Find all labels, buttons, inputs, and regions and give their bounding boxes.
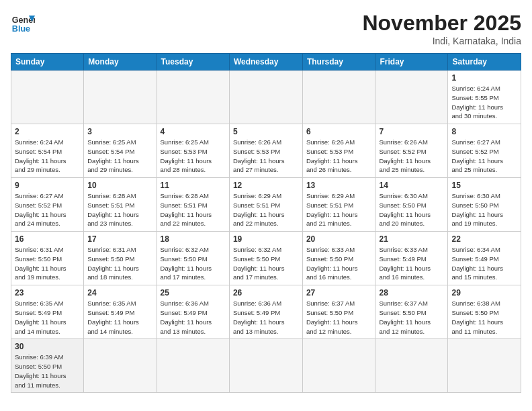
day-number: 20 bbox=[306, 234, 372, 244]
calendar-cell: 17Sunrise: 6:31 AM Sunset: 5:50 PM Dayli… bbox=[84, 232, 157, 285]
day-number: 6 bbox=[306, 127, 372, 136]
day-info: Sunrise: 6:27 AM Sunset: 5:52 PM Dayligh… bbox=[451, 138, 517, 175]
day-info: Sunrise: 6:34 AM Sunset: 5:49 PM Dayligh… bbox=[451, 245, 517, 282]
day-info: Sunrise: 6:37 AM Sunset: 5:50 PM Dayligh… bbox=[379, 299, 444, 336]
day-number: 5 bbox=[233, 127, 299, 136]
calendar-cell: 29Sunrise: 6:38 AM Sunset: 5:50 PM Dayli… bbox=[448, 285, 521, 339]
calendar-table: SundayMondayTuesdayWednesdayThursdayFrid… bbox=[11, 53, 521, 393]
calendar-cell: 18Sunrise: 6:32 AM Sunset: 5:50 PM Dayli… bbox=[157, 232, 229, 285]
calendar-cell: 14Sunrise: 6:30 AM Sunset: 5:50 PM Dayli… bbox=[375, 178, 448, 232]
day-info: Sunrise: 6:35 AM Sunset: 5:49 PM Dayligh… bbox=[87, 299, 152, 336]
day-number: 27 bbox=[306, 288, 372, 298]
calendar-cell: 25Sunrise: 6:36 AM Sunset: 5:49 PM Dayli… bbox=[157, 285, 229, 339]
day-number: 24 bbox=[87, 288, 152, 298]
calendar-cell bbox=[375, 71, 448, 124]
day-number: 14 bbox=[379, 181, 444, 190]
day-number: 29 bbox=[451, 288, 517, 298]
svg-text:Blue: Blue bbox=[12, 24, 30, 34]
calendar-cell: 26Sunrise: 6:36 AM Sunset: 5:49 PM Dayli… bbox=[229, 285, 302, 339]
calendar-cell: 2Sunrise: 6:24 AM Sunset: 5:54 PM Daylig… bbox=[11, 124, 84, 178]
day-info: Sunrise: 6:37 AM Sunset: 5:50 PM Dayligh… bbox=[306, 299, 372, 336]
day-number: 30 bbox=[15, 342, 80, 351]
day-number: 23 bbox=[15, 288, 80, 298]
calendar-cell: 13Sunrise: 6:29 AM Sunset: 5:51 PM Dayli… bbox=[302, 178, 375, 232]
day-info: Sunrise: 6:31 AM Sunset: 5:50 PM Dayligh… bbox=[15, 245, 80, 282]
day-info: Sunrise: 6:39 AM Sunset: 5:50 PM Dayligh… bbox=[15, 353, 80, 390]
day-number: 18 bbox=[161, 234, 226, 244]
day-info: Sunrise: 6:32 AM Sunset: 5:50 PM Dayligh… bbox=[233, 245, 299, 282]
calendar-cell: 10Sunrise: 6:28 AM Sunset: 5:51 PM Dayli… bbox=[84, 178, 157, 232]
day-number: 25 bbox=[161, 288, 226, 298]
day-info: Sunrise: 6:35 AM Sunset: 5:49 PM Dayligh… bbox=[15, 299, 80, 336]
calendar-cell: 8Sunrise: 6:27 AM Sunset: 5:52 PM Daylig… bbox=[448, 124, 521, 178]
day-of-week-header: Thursday bbox=[302, 54, 375, 71]
day-info: Sunrise: 6:38 AM Sunset: 5:50 PM Dayligh… bbox=[451, 299, 517, 336]
day-number: 10 bbox=[87, 181, 152, 190]
day-number: 9 bbox=[15, 181, 80, 190]
calendar-cell: 24Sunrise: 6:35 AM Sunset: 5:49 PM Dayli… bbox=[84, 285, 157, 339]
calendar-cell: 5Sunrise: 6:26 AM Sunset: 5:53 PM Daylig… bbox=[229, 124, 302, 178]
calendar-cell: 7Sunrise: 6:26 AM Sunset: 5:52 PM Daylig… bbox=[375, 124, 448, 178]
day-info: Sunrise: 6:25 AM Sunset: 5:53 PM Dayligh… bbox=[161, 138, 226, 175]
month-title: November 2025 bbox=[362, 11, 521, 36]
calendar-cell: 19Sunrise: 6:32 AM Sunset: 5:50 PM Dayli… bbox=[229, 232, 302, 285]
day-info: Sunrise: 6:33 AM Sunset: 5:49 PM Dayligh… bbox=[379, 245, 444, 282]
calendar-cell: 3Sunrise: 6:25 AM Sunset: 5:54 PM Daylig… bbox=[84, 124, 157, 178]
calendar-cell: 1Sunrise: 6:24 AM Sunset: 5:55 PM Daylig… bbox=[448, 71, 521, 124]
day-of-week-header: Monday bbox=[84, 54, 157, 71]
day-of-week-header: Tuesday bbox=[157, 54, 229, 71]
logo: General Blue bbox=[11, 11, 35, 35]
calendar-week-row: 2Sunrise: 6:24 AM Sunset: 5:54 PM Daylig… bbox=[11, 124, 521, 178]
day-number: 15 bbox=[451, 181, 517, 190]
calendar-cell bbox=[229, 71, 302, 124]
day-number: 3 bbox=[87, 127, 152, 136]
day-number: 1 bbox=[451, 73, 517, 83]
calendar-cell bbox=[157, 71, 229, 124]
calendar-cell bbox=[448, 339, 521, 393]
title-block: November 2025 Indi, Karnataka, India bbox=[362, 11, 521, 46]
day-info: Sunrise: 6:32 AM Sunset: 5:50 PM Dayligh… bbox=[161, 245, 226, 282]
calendar-cell bbox=[302, 71, 375, 124]
calendar-cell: 15Sunrise: 6:30 AM Sunset: 5:50 PM Dayli… bbox=[448, 178, 521, 232]
day-of-week-header: Sunday bbox=[11, 54, 84, 71]
calendar-cell: 16Sunrise: 6:31 AM Sunset: 5:50 PM Dayli… bbox=[11, 232, 84, 285]
day-info: Sunrise: 6:36 AM Sunset: 5:49 PM Dayligh… bbox=[233, 299, 299, 336]
day-info: Sunrise: 6:36 AM Sunset: 5:49 PM Dayligh… bbox=[161, 299, 226, 336]
day-info: Sunrise: 6:28 AM Sunset: 5:51 PM Dayligh… bbox=[161, 191, 226, 228]
day-info: Sunrise: 6:26 AM Sunset: 5:52 PM Dayligh… bbox=[379, 138, 444, 175]
day-number: 2 bbox=[15, 127, 80, 136]
calendar-cell: 21Sunrise: 6:33 AM Sunset: 5:49 PM Dayli… bbox=[375, 232, 448, 285]
calendar-week-row: 16Sunrise: 6:31 AM Sunset: 5:50 PM Dayli… bbox=[11, 232, 521, 285]
day-of-week-header: Saturday bbox=[448, 54, 521, 71]
day-number: 4 bbox=[161, 127, 226, 136]
day-info: Sunrise: 6:29 AM Sunset: 5:51 PM Dayligh… bbox=[306, 191, 372, 228]
calendar-cell: 4Sunrise: 6:25 AM Sunset: 5:53 PM Daylig… bbox=[157, 124, 229, 178]
page-header: General Blue November 2025 Indi, Karnata… bbox=[11, 11, 521, 46]
calendar-cell bbox=[229, 339, 302, 393]
day-of-week-header: Wednesday bbox=[229, 54, 302, 71]
day-number: 11 bbox=[161, 181, 226, 190]
day-info: Sunrise: 6:26 AM Sunset: 5:53 PM Dayligh… bbox=[306, 138, 372, 175]
day-number: 7 bbox=[379, 127, 444, 136]
calendar-cell: 20Sunrise: 6:33 AM Sunset: 5:50 PM Dayli… bbox=[302, 232, 375, 285]
day-number: 8 bbox=[451, 127, 517, 136]
calendar-cell: 22Sunrise: 6:34 AM Sunset: 5:49 PM Dayli… bbox=[448, 232, 521, 285]
location: Indi, Karnataka, India bbox=[362, 36, 521, 46]
calendar-cell bbox=[157, 339, 229, 393]
day-info: Sunrise: 6:24 AM Sunset: 5:55 PM Dayligh… bbox=[451, 84, 517, 121]
calendar-cell: 6Sunrise: 6:26 AM Sunset: 5:53 PM Daylig… bbox=[302, 124, 375, 178]
calendar-cell: 30Sunrise: 6:39 AM Sunset: 5:50 PM Dayli… bbox=[11, 339, 84, 393]
calendar-week-row: 9Sunrise: 6:27 AM Sunset: 5:52 PM Daylig… bbox=[11, 178, 521, 232]
day-info: Sunrise: 6:30 AM Sunset: 5:50 PM Dayligh… bbox=[379, 191, 444, 228]
day-info: Sunrise: 6:28 AM Sunset: 5:51 PM Dayligh… bbox=[87, 191, 152, 228]
day-number: 21 bbox=[379, 234, 444, 244]
calendar-cell: 23Sunrise: 6:35 AM Sunset: 5:49 PM Dayli… bbox=[11, 285, 84, 339]
day-info: Sunrise: 6:30 AM Sunset: 5:50 PM Dayligh… bbox=[451, 191, 517, 228]
calendar-cell: 28Sunrise: 6:37 AM Sunset: 5:50 PM Dayli… bbox=[375, 285, 448, 339]
calendar-cell: 27Sunrise: 6:37 AM Sunset: 5:50 PM Dayli… bbox=[302, 285, 375, 339]
day-number: 16 bbox=[15, 234, 80, 244]
day-info: Sunrise: 6:26 AM Sunset: 5:53 PM Dayligh… bbox=[233, 138, 299, 175]
calendar-week-row: 1Sunrise: 6:24 AM Sunset: 5:55 PM Daylig… bbox=[11, 71, 521, 124]
calendar-cell bbox=[84, 71, 157, 124]
day-number: 28 bbox=[379, 288, 444, 298]
